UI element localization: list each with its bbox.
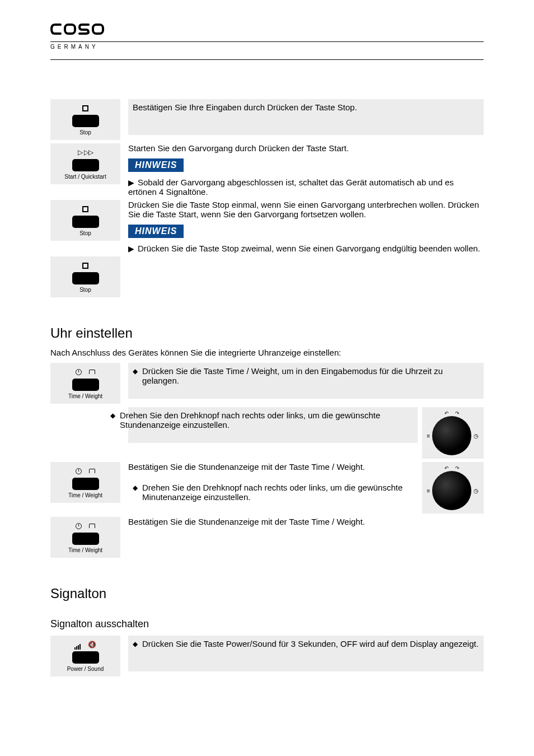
clock-icon xyxy=(76,369,82,375)
powersound-caption: Power / Sound xyxy=(67,666,104,672)
timeweight-caption: Time / Weight xyxy=(68,393,102,399)
step-text: Drücken Sie die Taste Stop einmal, wenn … xyxy=(128,200,484,219)
notice-text: Drücken Sie die Taste Stop zweimal, wenn… xyxy=(138,244,480,253)
notice-label: HINWEIS xyxy=(128,225,184,238)
notice-label: HINWEIS xyxy=(128,158,184,172)
timeweight-caption: Time / Weight xyxy=(68,547,102,553)
knob-dial-icon xyxy=(432,471,471,510)
button-pill-icon xyxy=(72,272,99,284)
stop-button-tile: Stop xyxy=(50,104,120,136)
stop-square-icon xyxy=(82,105,88,111)
step-text: Bestätigen Sie die Stundenanzeige mit de… xyxy=(128,517,484,553)
clock-step-3: Time / Weight Bestätigen Sie die Stunden… xyxy=(50,462,484,514)
brand-logo: GERMANY xyxy=(50,22,484,50)
header-rule xyxy=(50,59,484,60)
rotate-arrows-icon: ↶ ↷ xyxy=(444,465,461,471)
step-stop-interrupt: Stop Drücken Sie die Taste Stop einmal, … xyxy=(50,200,484,253)
stop-square-icon xyxy=(82,206,88,212)
stop-caption: Stop xyxy=(79,287,91,293)
step-text: Drehen Sie den Drehknopf nach rechts ode… xyxy=(120,410,413,430)
button-pill-icon xyxy=(72,533,99,545)
power-bars-icon xyxy=(74,640,81,650)
stop-button-tile: Stop xyxy=(50,204,120,236)
step-text: Drücken Sie die Taste Time / Weight, um … xyxy=(142,366,479,385)
step-stop-confirm: Stop Bestätigen Sie Ihre Eingaben durch … xyxy=(50,99,484,140)
button-pill-icon xyxy=(72,379,99,391)
button-pill-icon xyxy=(72,478,99,490)
clock-step-2: ◆ Drehen Sie den Drehknopf nach rechts o… xyxy=(50,407,484,459)
step-text-block: Bestätigen Sie die Stundenanzeige mit de… xyxy=(128,462,418,505)
timeweight-caption: Time / Weight xyxy=(68,492,102,498)
time-weight-button-tile: Time / Weight xyxy=(50,521,120,553)
section-title-clock: Uhr einstellen xyxy=(50,325,484,341)
weight-icon xyxy=(89,524,95,528)
list-icon: ≡ xyxy=(427,488,430,494)
button-pill-icon xyxy=(72,216,99,228)
diamond-bullet-icon: ◆ xyxy=(133,366,138,376)
step-text xyxy=(128,256,484,292)
time-weight-button-tile: Time / Weight xyxy=(50,367,120,399)
step-text: Starten Sie den Garvorgang durch Drücken… xyxy=(128,143,484,153)
caso-wordmark-icon xyxy=(50,22,106,37)
step-text-a: Bestätigen Sie die Stundenanzeige mit de… xyxy=(128,462,418,472)
play-forward-icon: ▷ ▷▷ xyxy=(78,148,92,157)
step-text: Bestätigen Sie Ihre Eingaben durch Drück… xyxy=(128,99,484,135)
clock-icon xyxy=(76,468,82,474)
step-text: Drücken Sie die Taste Power/Sound für 3 … xyxy=(142,639,479,648)
section-title-signal: Signalton xyxy=(50,586,484,601)
arrow-right-icon: ▶ xyxy=(128,178,134,187)
clock-step-1: Time / Weight ◆ Drücken Sie die Taste Ti… xyxy=(50,363,484,404)
list-icon: ≡ xyxy=(427,433,430,439)
step-text-block: ◆ Drehen Sie den Drehknopf nach rechts o… xyxy=(128,407,418,443)
arrow-right-icon: ▶ xyxy=(128,244,134,253)
button-pill-icon xyxy=(72,159,99,171)
weight-icon xyxy=(89,469,95,473)
signal-step-1: 🔇 Power / Sound ◆ Drücken Sie die Taste … xyxy=(50,636,484,676)
rotate-arrows-icon: ↶ ↷ xyxy=(444,410,461,416)
clock-small-icon: ◷ xyxy=(474,488,479,494)
rotary-knob: ↶ ↷ ≡ ◷ xyxy=(422,462,484,514)
clock-small-icon: ◷ xyxy=(474,433,479,439)
diamond-bullet-icon: ◆ xyxy=(110,410,115,421)
step-text-b: Drehen Sie den Drehknopf nach rechts ode… xyxy=(142,483,413,502)
stop-caption: Stop xyxy=(79,230,91,236)
clock-step-4: Time / Weight Bestätigen Sie die Stunden… xyxy=(50,517,484,558)
section-subtitle-signal-off: Signalton ausschalten xyxy=(50,618,484,630)
button-pill-icon xyxy=(72,115,99,127)
step-text-block: ◆ Drücken Sie die Taste Time / Weight, u… xyxy=(128,363,484,399)
step-text-block: Drücken Sie die Taste Stop einmal, wenn … xyxy=(128,200,484,253)
step-text-block: ◆ Drücken Sie die Taste Power/Sound für … xyxy=(128,636,484,671)
sound-off-icon: 🔇 xyxy=(88,641,96,648)
diamond-bullet-icon: ◆ xyxy=(133,483,138,493)
power-sound-button-tile: 🔇 Power / Sound xyxy=(50,640,120,672)
brand-subtitle: GERMANY xyxy=(50,41,484,50)
clock-icon xyxy=(76,523,82,529)
time-weight-button-tile: Time / Weight xyxy=(50,466,120,498)
stop-caption: Stop xyxy=(79,129,91,136)
stop-button-tile: Stop xyxy=(50,261,120,293)
notice-text: Sobald der Garvorgang abgeschlossen ist,… xyxy=(128,178,454,197)
page-header: GERMANY xyxy=(50,22,484,56)
diamond-bullet-icon: ◆ xyxy=(133,639,138,649)
start-button-tile: ▷ ▷▷ Start / Quickstart xyxy=(50,148,120,180)
stop-square-icon xyxy=(82,263,88,269)
svg-rect-0 xyxy=(65,25,75,34)
weight-icon xyxy=(89,370,95,374)
start-caption: Start / Quickstart xyxy=(64,174,106,180)
step-text-block: Starten Sie den Garvorgang durch Drücken… xyxy=(128,143,484,197)
knob-dial-icon xyxy=(432,416,471,455)
button-pill-icon xyxy=(72,651,99,664)
step-start: ▷ ▷▷ Start / Quickstart Starten Sie den … xyxy=(50,143,484,197)
section-intro: Nach Anschluss des Gerätes können Sie di… xyxy=(50,348,484,357)
rotary-knob: ↶ ↷ ≡ ◷ xyxy=(422,407,484,459)
step-stop-end: Stop xyxy=(50,256,484,297)
svg-rect-1 xyxy=(93,25,103,34)
